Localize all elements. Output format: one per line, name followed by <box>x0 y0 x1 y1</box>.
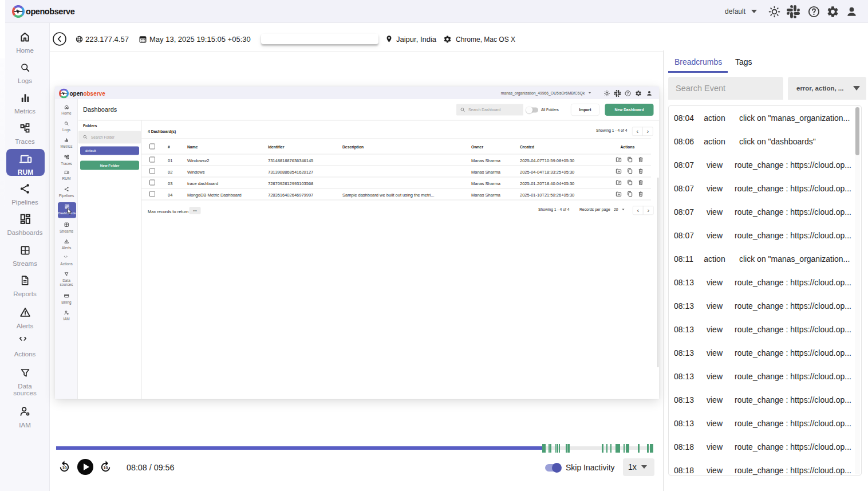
svg-text:10: 10 <box>62 465 66 470</box>
svg-text:10: 10 <box>103 465 108 470</box>
